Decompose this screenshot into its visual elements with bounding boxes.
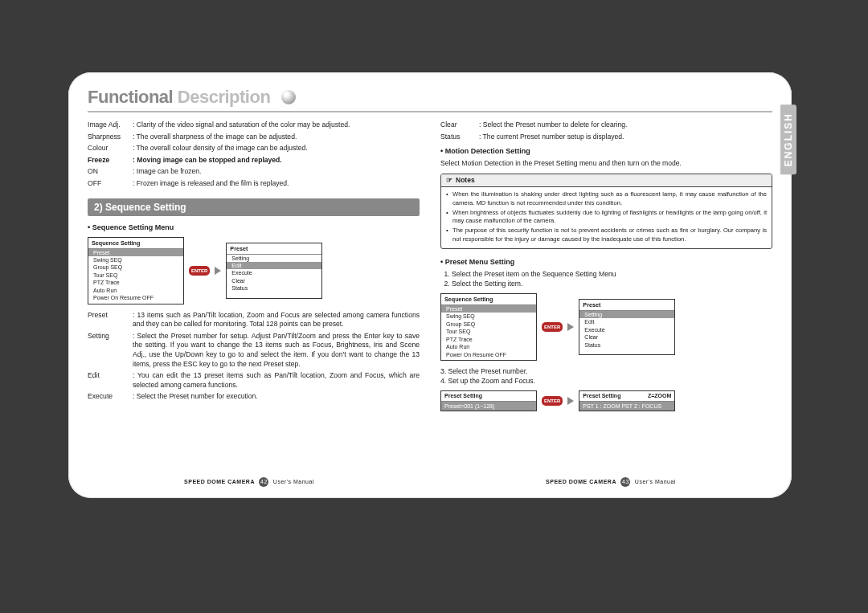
- footer-right: SPEED DOME CAMERA 43 User's Manual: [546, 477, 676, 487]
- label-setting: Setting: [88, 332, 133, 369]
- menu-item: Status: [227, 284, 321, 292]
- bar2-row: PST 1 : ZOOM PST 2 : FOCUS: [579, 402, 674, 411]
- footer-right-a: SPEED DOME CAMERA: [546, 479, 616, 484]
- text-setting: : Select the Preset number for setup. Ad…: [133, 332, 420, 369]
- label-off: OFF: [88, 179, 133, 189]
- menu-item: Status: [579, 341, 674, 349]
- menu-item: Swing SEQ: [441, 313, 536, 320]
- pms-step: Select the Setting item.: [452, 280, 772, 289]
- pms-step-4: 4. Set up the Zoom and Focus.: [440, 377, 772, 386]
- section-sequence-setting: 2) Sequence Setting: [88, 198, 420, 216]
- menu-item: Setting: [227, 255, 321, 262]
- menu-item: Power On Resume OFF: [88, 294, 183, 301]
- language-tab: ENGLISH: [780, 104, 796, 174]
- page-title: Functional Description: [88, 87, 270, 108]
- enter-badge: ENTER: [542, 322, 563, 332]
- text-mds: Select Motion Detection in the Preset Se…: [440, 159, 772, 169]
- menu-item: Tour SEQ: [441, 328, 536, 335]
- bar1-title: Preset Setting: [444, 392, 482, 399]
- menu-item: Group SEQ: [88, 264, 183, 271]
- menu-item: Edit: [579, 318, 674, 325]
- menu-box-sequence-r: Sequence Setting Preset Swing SEQ Group …: [440, 293, 537, 361]
- menu-item: Tour SEQ: [88, 272, 183, 279]
- menu-item: Preset: [88, 249, 183, 256]
- label-image-adj: Image Adj.: [88, 121, 133, 130]
- menu-item: Auto Run: [88, 287, 183, 294]
- menu-title-sequence-r: Sequence Setting: [441, 295, 536, 305]
- text-clear: : Select the Preset number to delete for…: [479, 121, 772, 130]
- label-sharpness: Sharpness: [88, 133, 133, 142]
- menu-item: Group SEQ: [441, 321, 536, 328]
- text-sharpness: : The overall sharpness of the image can…: [133, 133, 420, 142]
- header-orb-icon: [281, 90, 296, 104]
- enter-badge: ENTER: [189, 266, 210, 276]
- menu-title-preset: Preset: [227, 244, 321, 255]
- text-colour: : The overall colour density of the imag…: [133, 144, 420, 153]
- preset-setting-bar-1: Preset Setting Preset=001 (1~128): [440, 390, 537, 411]
- label-edit: Edit: [88, 371, 133, 390]
- notes-body: When the illumination is shaking under d…: [441, 187, 772, 248]
- menu-item: PTZ Trace: [441, 336, 536, 343]
- menu-diagram-left: Sequence Setting Preset Swing SEQ Group …: [88, 237, 420, 304]
- page-number-right: 43: [620, 477, 630, 487]
- menu-item: Preset: [441, 305, 536, 313]
- text-execute: : Select the Preset number for execution…: [133, 392, 420, 402]
- text-image-adj: : Clarity of the video signal and satura…: [133, 121, 420, 130]
- pms-step-3: 3. Select the Preset number.: [440, 367, 772, 377]
- text-status: : The current Preset number setup is dis…: [479, 133, 772, 142]
- arrow-right-icon: [567, 323, 574, 331]
- menu-title-sequence: Sequence Setting: [88, 239, 183, 249]
- preset-setting-bar-2: Preset SettingZ=ZOOM PST 1 : ZOOM PST 2 …: [579, 390, 675, 411]
- menu-item: Swing SEQ: [88, 256, 183, 264]
- page-header: Functional Description: [88, 87, 772, 112]
- preset-bar-pair: Preset Setting Preset=001 (1~128) ENTER …: [440, 390, 772, 411]
- menu-item: Clear: [579, 333, 674, 341]
- heading-pms: • Preset Menu Setting: [440, 257, 772, 267]
- label-execute: Execute: [88, 392, 133, 402]
- pms-steps-12: Select the Preset item on the Sequence S…: [440, 270, 772, 288]
- label-freeze: Freeze: [88, 156, 133, 166]
- right-column: Clear: Select the Preset number to delet…: [440, 121, 772, 418]
- menu-item: Setting: [579, 311, 674, 318]
- menu-title-preset-r: Preset: [579, 300, 674, 311]
- title-word-2: Description: [173, 87, 270, 107]
- arrow-right-icon: [567, 397, 574, 405]
- menu-item: PTZ Trace: [88, 279, 183, 286]
- text-freeze: : Moving image can be stopped and replay…: [133, 156, 420, 166]
- menu-item: Execute: [579, 326, 674, 333]
- footer-left-b: User's Manual: [273, 479, 314, 484]
- menu-diagram-right: Sequence Setting Preset Swing SEQ Group …: [440, 293, 772, 361]
- manual-page: ENGLISH Functional Description Image Adj…: [68, 72, 792, 498]
- content-columns: Image Adj.: Clarity of the video signal …: [88, 121, 772, 418]
- text-preset: : 13 items such as Pan/Tilt location, Zo…: [133, 311, 420, 329]
- title-word-1: Functional: [88, 87, 173, 107]
- menu-box-preset: Preset Setting Edit Execute Clear Status: [226, 243, 322, 299]
- menu-item: Power On Resume OFF: [441, 351, 536, 358]
- menu-item: Clear: [227, 277, 321, 284]
- text-edit: : You can edit the 13 preset items such …: [133, 371, 420, 390]
- footer-right-b: User's Manual: [635, 479, 676, 484]
- left-column: Image Adj.: Clarity of the video signal …: [88, 121, 420, 418]
- footer-left: SPEED DOME CAMERA 42 User's Manual: [184, 477, 314, 487]
- label-preset: Preset: [88, 311, 133, 329]
- menu-item: Auto Run: [441, 343, 536, 350]
- notes-title: Notes: [456, 176, 475, 185]
- footer-left-a: SPEED DOME CAMERA: [184, 479, 255, 484]
- arrow-right-icon: [215, 267, 221, 275]
- label-clear: Clear: [440, 121, 479, 130]
- enter-badge: ENTER: [542, 396, 563, 406]
- menu-box-sequence: Sequence Setting Preset Swing SEQ Group …: [88, 237, 184, 304]
- text-on: : Image can be frozen.: [133, 167, 420, 177]
- menu-item: Execute: [227, 269, 321, 276]
- notes-header: ☞ Notes: [441, 174, 772, 187]
- label-status: Status: [440, 133, 479, 142]
- label-on: ON: [88, 167, 133, 177]
- text-off: : Frozen image is released and the film …: [133, 179, 420, 189]
- note-item: When brightness of objects fluctuates su…: [446, 209, 767, 226]
- note-item: The purpose of this security function is…: [446, 227, 767, 243]
- label-colour: Colour: [88, 144, 133, 153]
- hand-icon: ☞: [446, 176, 452, 185]
- bar2-title-r: Z=ZOOM: [648, 392, 671, 399]
- bar1-row: Preset=001 (1~128): [441, 402, 536, 411]
- notes-box: ☞ Notes When the illumination is shaking…: [440, 174, 772, 249]
